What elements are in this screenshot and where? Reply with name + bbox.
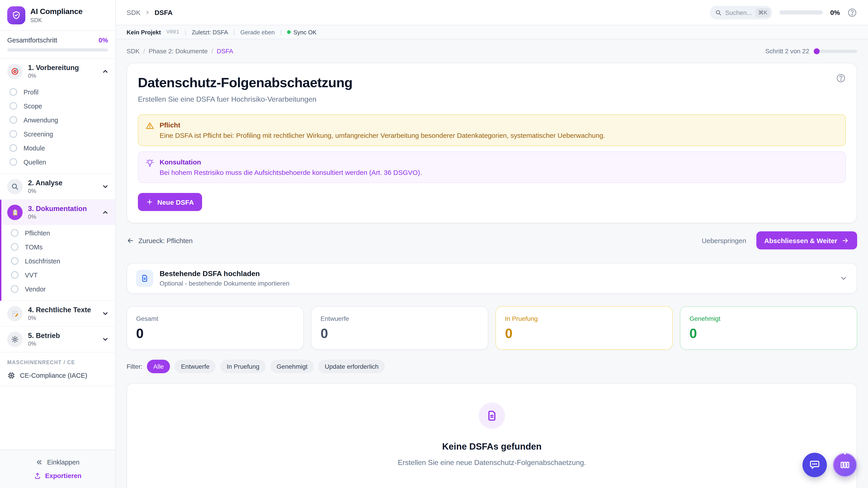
new-dsfa-button[interactable]: Neue DSFA — [138, 193, 202, 211]
app-title-block: AI Compliance SDK — [30, 7, 83, 24]
sidebar-section-header-vorbereitung[interactable]: 1. Vorbereitung 0% — [0, 59, 115, 84]
sidebar-item-module[interactable]: Module — [0, 141, 115, 155]
step-circle-icon — [9, 158, 17, 166]
step-circle-icon — [11, 243, 19, 251]
alert-title: Konsultation — [160, 158, 422, 166]
page-title: Datenschutz-Folgenabschaetzung — [138, 75, 846, 90]
breadcrumb: SDK / Phase 2: Dokumente / DSFA — [127, 47, 233, 55]
stat-value: 0 — [320, 326, 479, 341]
filter-chip-alle[interactable]: Alle — [147, 360, 170, 373]
sidebar-item-vendor[interactable]: Vendor — [1, 282, 115, 296]
plus-icon — [146, 198, 153, 205]
upload-existing-dsfa-accordion[interactable]: Bestehende DSFA hochladen Optional - bes… — [127, 263, 857, 294]
sidebar-item-profil[interactable]: Profil — [0, 85, 115, 99]
skip-button[interactable]: Ueberspringen — [702, 236, 746, 244]
section-percent: 0% — [28, 73, 79, 79]
chat-fab-button[interactable] — [802, 453, 827, 477]
section-percent: 0% — [28, 188, 62, 194]
step-circle-icon — [11, 229, 19, 237]
topbar-right: Suchen... ⌘K 0% — [710, 6, 857, 19]
breadcrumb-sdk[interactable]: SDK — [127, 47, 140, 55]
filter-chip-genehmigt[interactable]: Genehmigt — [270, 360, 314, 373]
kanban-fab-button[interactable] — [833, 453, 857, 477]
search-icon — [715, 9, 721, 15]
search-input[interactable]: Suchen... ⌘K — [710, 6, 772, 19]
last-visited: Zuletzt: DSFA — [192, 29, 228, 35]
sidebar-item-screening[interactable]: Screening — [0, 127, 115, 141]
breadcrumb-current: DSFA — [155, 8, 173, 16]
top-breadcrumb: SDK DSFA — [127, 8, 173, 16]
filter-chip-in-pruefung[interactable]: In Pruefung — [220, 360, 266, 373]
chevron-up-icon — [102, 68, 109, 75]
overall-progress-value: 0% — [98, 37, 108, 44]
sidebar-item-toms[interactable]: TOMs — [1, 240, 115, 254]
content-area: SDK / Phase 2: Dokumente / DSFA Schritt … — [116, 39, 868, 488]
step-circle-icon — [9, 88, 17, 96]
filter-chip-entwuerfe[interactable]: Entwuerfe — [175, 360, 216, 373]
chevron-down-icon[interactable] — [839, 274, 848, 283]
sidebar-item-anwendung[interactable]: Anwendung — [0, 113, 115, 127]
lightbulb-icon — [146, 159, 154, 176]
sidebar-item-pflichten[interactable]: Pflichten — [1, 226, 115, 240]
sidebar-section-header-betrieb[interactable]: 5. Betrieb 0% — [0, 327, 115, 352]
section-label: 4. Rechtliche Texte — [28, 306, 91, 314]
page-subtitle: Erstellen Sie eine DSFA fuer Hochrisiko-… — [138, 95, 846, 103]
main-area: SDK DSFA Suchen... ⌘K 0% — [116, 0, 868, 488]
back-link[interactable]: Zurueck: Pflichten — [127, 236, 193, 244]
document-icon — [479, 402, 505, 429]
sidebar-item-loeschfristen[interactable]: Löschfristen — [1, 254, 115, 268]
section-items: Profil Scope Anwendung Screening Module … — [0, 84, 115, 173]
step-progress: Schritt 2 von 22 — [765, 47, 857, 55]
collapse-sidebar-button[interactable]: Einklappen — [0, 455, 115, 469]
filter-chip-update-erforderlich[interactable]: Update erforderlich — [318, 360, 385, 373]
alert-body: Eine DSFA ist Pflicht bei: Profiling mit… — [160, 131, 605, 139]
empty-state: Keine DSFAs gefunden Erstellen Sie eine … — [127, 383, 857, 488]
section-label: 2. Analyse — [28, 179, 62, 187]
double-chevron-left-icon — [36, 459, 43, 466]
floating-buttons — [802, 453, 857, 477]
sidebar-section-analyse: 2. Analyse 0% — [0, 174, 115, 200]
chat-bubble-icon — [809, 459, 820, 471]
arrow-right-icon — [841, 236, 849, 244]
sidebar-section-header-rechtliche-texte[interactable]: 4. Rechtliche Texte 0% — [0, 301, 115, 326]
finish-next-button[interactable]: Abschliessen & Weiter — [756, 231, 857, 250]
stat-value: 0 — [136, 326, 294, 341]
page-breadcrumb-row: SDK / Phase 2: Dokumente / DSFA Schritt … — [127, 47, 857, 55]
status-bar: Kein Projekt V001 | Zuletzt: DSFA | Gera… — [116, 25, 868, 39]
upload-title: Bestehende DSFA hochladen — [160, 270, 289, 278]
section-percent: 0% — [28, 214, 87, 220]
keyboard-shortcut-badge: ⌘K — [756, 8, 770, 17]
chevron-down-icon — [102, 310, 109, 317]
section-percent: 0% — [28, 315, 91, 321]
stat-card-genehmigt: Genehmigt 0 — [680, 306, 857, 350]
breadcrumb-phase[interactable]: Phase 2: Dokumente — [149, 47, 208, 55]
stats-row: Gesamt 0 Entwuerfe 0 In Pruefung 0 Geneh… — [127, 306, 857, 350]
wizard-nav-row: Zurueck: Pflichten Ueberspringen Abschli… — [127, 231, 857, 250]
sidebar-item-quellen[interactable]: Quellen — [0, 155, 115, 169]
step-progress-dot — [814, 48, 819, 54]
sidebar-section-header-analyse[interactable]: 2. Analyse 0% — [0, 174, 115, 199]
sidebar-item-scope[interactable]: Scope — [0, 99, 115, 113]
help-icon[interactable] — [847, 7, 857, 18]
sidebar-item-ce-compliance[interactable]: CE-Compliance (IACE) — [0, 369, 115, 386]
sidebar-item-vvt[interactable]: VVT — [1, 268, 115, 282]
document-icon — [136, 270, 153, 287]
step-circle-icon — [9, 130, 17, 138]
step-label: Schritt 2 von 22 — [765, 47, 809, 55]
shield-logo-icon — [7, 6, 25, 24]
help-icon[interactable] — [836, 73, 846, 83]
filter-row: Filter: Alle Entwuerfe In Pruefung Geneh… — [127, 360, 857, 373]
breadcrumb-root[interactable]: SDK — [127, 8, 141, 16]
sidebar: AI Compliance SDK Gesamtfortschritt 0% 1… — [0, 0, 116, 488]
overall-progress-label: Gesamtfortschritt — [7, 37, 57, 44]
export-button[interactable]: Exportieren — [0, 469, 115, 483]
empty-state-title: Keine DSFAs gefunden — [442, 442, 541, 452]
sidebar-section-rechtliche-texte: 4. Rechtliche Texte 0% — [0, 301, 115, 327]
magnifier-icon — [7, 179, 23, 194]
filter-label: Filter: — [127, 363, 143, 370]
stat-label: Gesamt — [136, 315, 294, 322]
sidebar-section-vorbereitung: 1. Vorbereitung 0% Profil Scope Anwendun… — [0, 59, 115, 174]
sidebar-section-header-dokumentation[interactable]: 3. Dokumentation 0% — [1, 200, 115, 225]
dsfa-card: Datenschutz-Folgenabschaetzung Erstellen… — [127, 63, 857, 223]
step-circle-icon — [9, 102, 17, 110]
